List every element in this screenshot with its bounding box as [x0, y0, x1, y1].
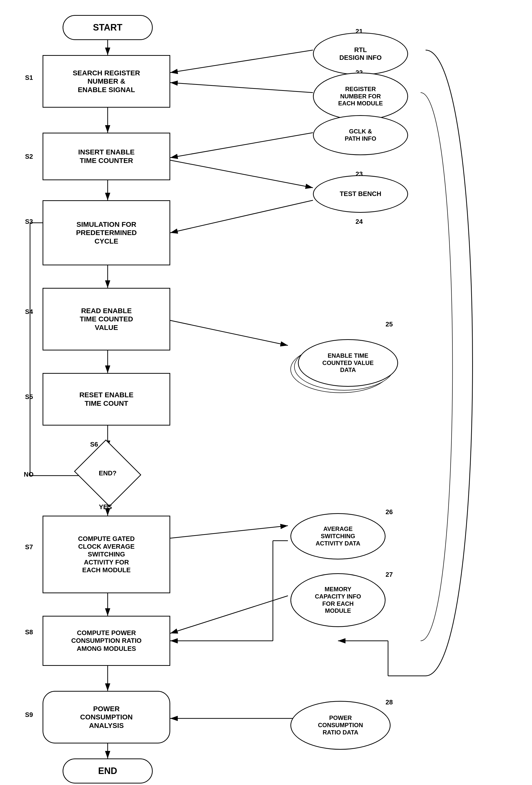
svg-line-21 — [170, 596, 288, 633]
s6-diamond-container: END? — [70, 448, 145, 498]
s7-label: S7 — [25, 543, 33, 551]
no-label: NO — [24, 471, 33, 478]
n24-label: 24 — [355, 218, 363, 226]
s2-label: S2 — [25, 153, 33, 160]
s9-node: POWERCONSUMPTIONANALYSIS — [43, 691, 170, 743]
n22-node: REGISTERNUMBER FOREACH MODULE — [313, 73, 408, 120]
n28-label: 28 — [385, 699, 393, 706]
n25-node: ENABLE TIMECOUNTED VALUEDATA — [298, 339, 398, 387]
s8-node: COMPUTE POWERCONSUMPTION RATIOAMONG MODU… — [43, 616, 170, 666]
diagram-container: START S1 SEARCH REGISTERNUMBER &ENABLE S… — [0, 0, 532, 785]
svg-line-17 — [170, 160, 313, 188]
s1-label: S1 — [25, 74, 33, 82]
svg-line-16 — [170, 133, 313, 158]
s3-node: SIMULATION FORPREDETERMINEDCYCLE — [43, 200, 170, 265]
svg-line-19 — [170, 321, 288, 346]
s4-label: S4 — [25, 308, 33, 315]
n26-node: AVERAGESWITCHINGACTIVITY DATA — [290, 513, 385, 559]
svg-line-20 — [170, 526, 288, 538]
n27-label: 27 — [385, 571, 393, 579]
svg-line-18 — [170, 200, 313, 233]
s7-node: COMPUTE GATEDCLOCK AVERAGESWITCHINGACTIV… — [43, 516, 170, 593]
n25-label: 25 — [385, 321, 393, 328]
gclk-node: GCLK &PATH INFO — [313, 115, 408, 155]
s6-label: S6 — [90, 440, 98, 448]
n28-node: POWERCONSUMPTIONRATIO DATA — [290, 701, 390, 750]
s6-diamond: END? — [74, 439, 142, 507]
s5-node: RESET ENABLETIME COUNT — [43, 373, 170, 426]
s9-label: S9 — [25, 711, 33, 719]
s2-node: INSERT ENABLETIME COUNTER — [43, 133, 170, 180]
s8-label: S8 — [25, 628, 33, 636]
s3-label: S3 — [25, 218, 33, 226]
start-node: START — [62, 15, 153, 40]
s4-node: READ ENABLETIME COUNTEDVALUE — [43, 288, 170, 351]
end-node: END — [62, 758, 153, 784]
n23-node: TEST BENCH — [313, 175, 408, 213]
yes-label: YES — [99, 503, 112, 511]
svg-line-14 — [170, 50, 313, 73]
s1-node: SEARCH REGISTERNUMBER &ENABLE SIGNAL — [43, 55, 170, 108]
svg-line-15 — [170, 83, 313, 93]
n27-node: MEMORYCAPACITY INFOFOR EACHMODULE — [290, 573, 385, 627]
s5-label: S5 — [25, 393, 33, 401]
n26-label: 26 — [385, 508, 393, 516]
